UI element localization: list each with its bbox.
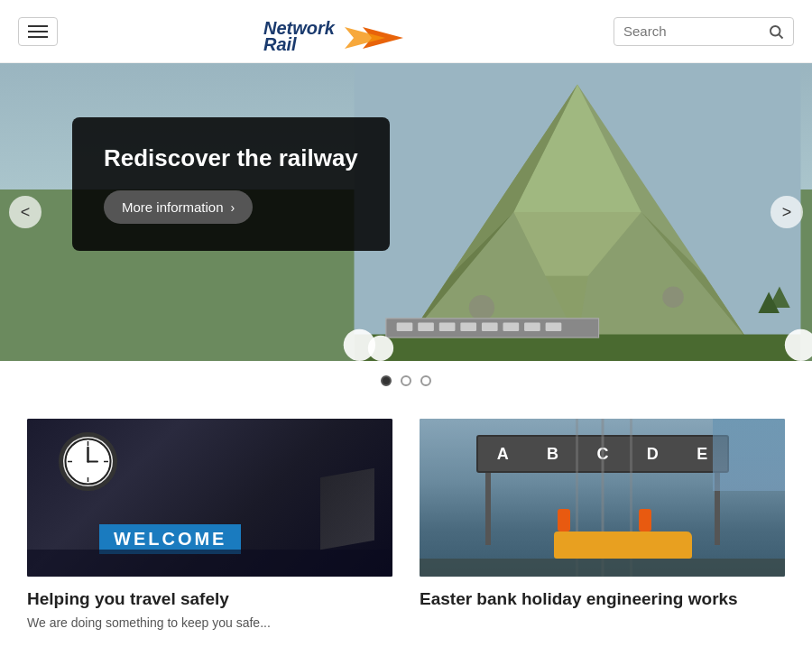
arrow-icon: › — [231, 200, 235, 215]
svg-point-4 — [770, 26, 780, 36]
svg-point-31 — [368, 336, 393, 361]
right-arrow-icon: > — [782, 203, 792, 222]
search-input[interactable] — [623, 23, 768, 39]
hero-slider: Rediscover the railway More information … — [0, 63, 812, 361]
search-icon — [768, 23, 784, 40]
svg-text:Rail: Rail — [263, 34, 297, 51]
mountain-illustration — [343, 63, 812, 361]
svg-marker-3 — [345, 27, 385, 49]
svg-rect-26 — [482, 323, 498, 331]
svg-rect-24 — [439, 323, 456, 331]
slide-dot-1[interactable] — [381, 375, 392, 386]
svg-rect-29 — [546, 323, 562, 331]
svg-rect-25 — [460, 323, 476, 331]
svg-rect-19 — [355, 335, 801, 361]
svg-point-15 — [662, 287, 684, 309]
hero-content-box: Rediscover the railway More information … — [72, 117, 390, 251]
clock-face — [63, 437, 113, 486]
more-info-label: More information — [122, 199, 224, 215]
card-engineering-image: A B C D E — [420, 419, 785, 577]
search-button[interactable] — [768, 23, 784, 40]
card-travel-title: Helping you travel safely — [27, 589, 392, 609]
left-arrow-icon: < — [21, 203, 31, 222]
menu-button[interactable] — [18, 17, 58, 46]
svg-rect-28 — [524, 323, 540, 331]
hero-title: Rediscover the railway — [104, 144, 358, 172]
card-travel-desc: We are doing something to keep you safe.… — [27, 615, 392, 633]
svg-point-14 — [469, 295, 494, 320]
slider-dots — [0, 361, 812, 401]
site-header: Network Rail — [0, 0, 812, 63]
card-engineering: A B C D E — [420, 419, 785, 633]
svg-rect-27 — [503, 323, 520, 331]
search-bar[interactable] — [614, 17, 794, 46]
logo[interactable]: Network Rail — [263, 11, 408, 51]
card-travel-safely: WELCOME Helping you travel safely We are… — [27, 419, 392, 633]
cards-section: WELCOME Helping you travel safely We are… — [0, 401, 812, 647]
svg-rect-23 — [418, 323, 434, 331]
next-slide-button[interactable]: > — [770, 196, 803, 228]
slide-dot-3[interactable] — [420, 375, 431, 386]
prev-slide-button[interactable]: < — [9, 196, 42, 228]
card-engineering-title: Easter bank holiday engineering works — [420, 589, 785, 609]
more-information-button[interactable]: More information › — [104, 190, 253, 224]
slide-dot-2[interactable] — [401, 375, 411, 386]
svg-line-5 — [779, 34, 782, 38]
card-travel-image: WELCOME — [27, 419, 392, 577]
svg-rect-22 — [397, 323, 413, 331]
network-rail-logo: Network Rail — [263, 11, 408, 51]
